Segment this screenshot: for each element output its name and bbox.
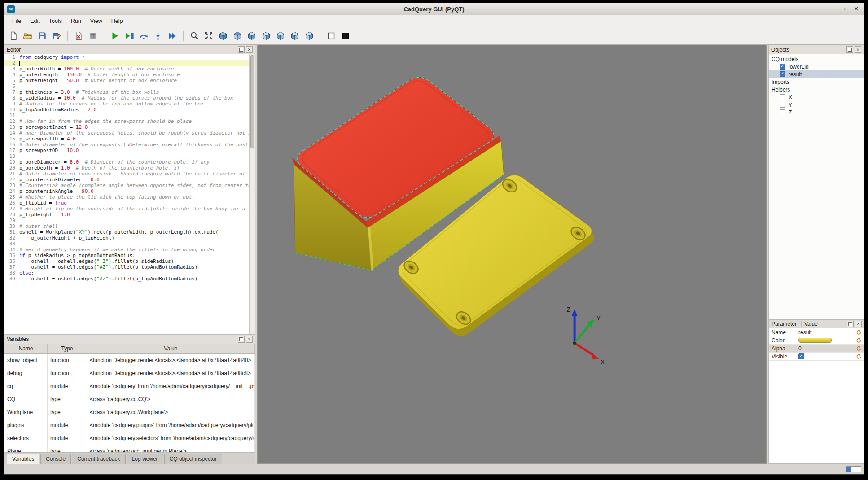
tab-current-traceback[interactable]: Current traceback [72, 454, 125, 464]
tree-item-imports[interactable]: Imports [769, 78, 864, 86]
checkbox-z[interactable] [780, 109, 785, 115]
variable-row[interactable]: show_objectfunction<function Debugger.re… [4, 354, 255, 367]
editor-close-button[interactable]: ✕ [246, 46, 253, 53]
param-row-color[interactable]: Color [769, 336, 864, 345]
toolbar-separator [320, 31, 320, 41]
view-back-button[interactable] [274, 29, 287, 43]
render-button[interactable] [108, 29, 122, 43]
parameters-close-button[interactable]: ✕ [855, 321, 862, 327]
reset-button[interactable] [856, 345, 862, 351]
variable-cell: type [48, 393, 87, 406]
variable-row[interactable]: CQtype<class 'cadquery.cq.CQ'> [4, 393, 255, 406]
titlebar[interactable]: cq CadQuery GUI (PyQT) − + ✕ [4, 3, 864, 15]
reset-button[interactable] [856, 337, 862, 343]
checkbox-lowerlid[interactable] [780, 64, 785, 70]
tab-variables[interactable]: Variables [7, 454, 39, 464]
save-as-button[interactable] [50, 29, 63, 43]
view-right-button[interactable] [302, 29, 316, 43]
zoom-to-fit-button[interactable] [188, 29, 201, 43]
visible-checkbox[interactable] [798, 353, 804, 359]
parameters-float-button[interactable] [847, 321, 854, 327]
tab-cq-object-inspector[interactable]: CQ object inspector [164, 454, 222, 464]
close-button[interactable]: ✕ [854, 3, 859, 15]
tab-console[interactable]: Console [40, 454, 71, 464]
column-header-name[interactable]: Name [4, 344, 48, 353]
debug-button[interactable] [123, 29, 136, 43]
new-file-button[interactable] [7, 29, 20, 43]
checkbox-result[interactable] [780, 71, 785, 77]
variable-row[interactable]: Workplanetype<class 'cadquery.cq.Workpla… [4, 406, 255, 419]
variables-float-button[interactable] [238, 336, 245, 343]
checkbox-y[interactable] [780, 102, 785, 108]
step-into-button[interactable] [151, 29, 165, 43]
delete-button[interactable] [72, 29, 85, 43]
menu-view[interactable]: View [86, 16, 107, 26]
column-header-type[interactable]: Type [48, 344, 87, 353]
variables-close-button[interactable]: ✕ [246, 336, 253, 343]
menu-file[interactable]: File [8, 16, 26, 26]
view-iso-button[interactable] [216, 29, 230, 43]
status-grip[interactable] [846, 466, 861, 472]
minimize-button[interactable]: − [833, 3, 836, 15]
param-value[interactable]: result [798, 329, 856, 336]
param-row-name[interactable]: Nameresult [769, 328, 864, 336]
view-left-button[interactable] [288, 29, 302, 43]
variable-row[interactable]: pluginsmodule<module 'cadquery.plugins' … [4, 419, 255, 432]
menu-edit[interactable]: Edit [26, 16, 44, 26]
tree-item-result[interactable]: result [769, 70, 864, 78]
objects-float-button[interactable] [846, 46, 853, 53]
variable-row[interactable]: cqmodule<module 'cadquery' from '/home/a… [4, 380, 255, 393]
code-text: p_flipLid = True [19, 200, 67, 206]
shaded-button[interactable] [339, 29, 352, 43]
line-number: 30 [4, 223, 19, 229]
code-editor[interactable]: 1from cadquery import *23p_outerWidth = … [4, 54, 255, 335]
parameters-panel: Parameter Value ✕ NameresultColorAlpha0V… [768, 319, 864, 464]
step-continue-button[interactable] [166, 29, 179, 43]
menu-help[interactable]: Help [107, 16, 127, 26]
variable-row[interactable]: selectorsmodule<module 'cadquery.selecto… [4, 432, 255, 445]
tree-item-x[interactable]: X [769, 93, 864, 101]
tree-item-cq-models[interactable]: CQ models [769, 55, 864, 63]
column-header-value[interactable]: Value [87, 344, 255, 353]
reset-button[interactable] [856, 353, 862, 359]
editor-scrollbar[interactable] [249, 54, 255, 334]
view-front-icon [261, 31, 271, 41]
text-cursor [19, 61, 20, 66]
save-button[interactable] [35, 29, 49, 43]
step-over-button[interactable] [137, 29, 150, 43]
open-file-button[interactable] [21, 29, 35, 43]
tree-item-y[interactable]: Y [769, 101, 864, 109]
menu-run[interactable]: Run [66, 16, 86, 26]
param-value[interactable] [798, 353, 856, 359]
param-value[interactable]: 0 [798, 345, 856, 352]
menu-tools[interactable]: Tools [44, 16, 66, 26]
maximize-button[interactable]: + [843, 3, 847, 15]
line-number: 33 [4, 241, 19, 247]
variables-table: NameTypeValue show_objectfunction<functi… [4, 344, 255, 453]
editor-scrollbar-thumb[interactable] [250, 55, 254, 148]
objects-close-button[interactable]: ✕ [855, 46, 861, 53]
line-number: 14 [4, 130, 19, 136]
fit-all-button[interactable] [202, 29, 215, 43]
view-bottom-button[interactable] [245, 29, 259, 43]
checkbox-x[interactable] [780, 94, 785, 100]
code-text: p_boreDiameter = 8.0 # Diameter of the c… [19, 159, 210, 165]
color-swatch[interactable] [798, 338, 832, 343]
reset-button[interactable] [856, 329, 862, 335]
tree-item-helpers[interactable]: Helpers [769, 86, 864, 93]
variable-row[interactable]: Planetype<class 'cadquery.occ_impl.geom.… [4, 445, 255, 453]
editor-float-button[interactable] [238, 46, 245, 53]
wireframe-button[interactable] [324, 29, 338, 43]
tab-log-viewer[interactable]: Log viewer [127, 454, 163, 464]
view-top-button[interactable] [231, 29, 244, 43]
param-value[interactable] [798, 338, 856, 343]
3d-viewport[interactable]: Z Y X [257, 45, 767, 464]
tree-item-lowerlid[interactable]: lowerLid [769, 63, 864, 70]
variable-row[interactable]: debugfunction<function Debugger.render.<… [4, 367, 255, 380]
param-row-alpha[interactable]: Alpha0 [769, 345, 864, 353]
objects-panel-header: Objects ✕ [768, 45, 864, 54]
tree-item-z[interactable]: Z [769, 109, 864, 116]
param-row-visible[interactable]: Visible [769, 353, 864, 361]
view-front-button[interactable] [259, 29, 273, 43]
trash-button[interactable] [86, 29, 100, 43]
